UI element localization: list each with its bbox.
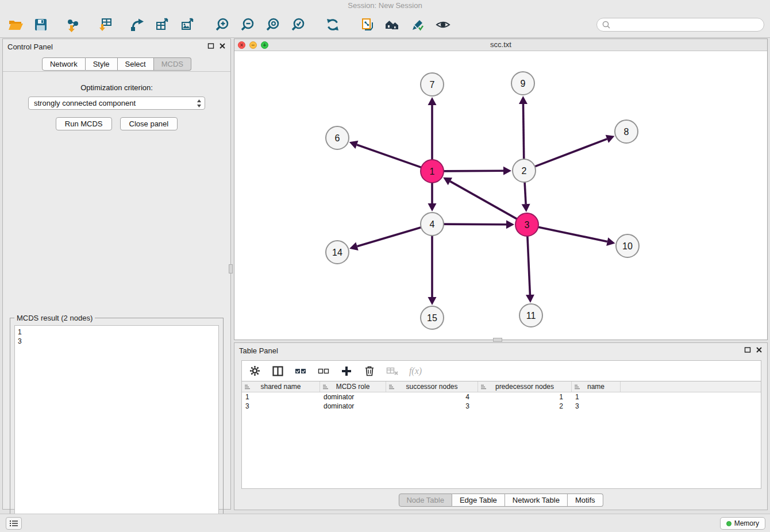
table-cell: 1 <box>478 392 572 402</box>
graph-node-4[interactable]: 4 <box>421 213 444 236</box>
graph-edge-1-6[interactable] <box>349 141 421 168</box>
graph-edge-1-2[interactable] <box>444 167 511 175</box>
task-history-button[interactable] <box>6 517 22 530</box>
graph-edge-3-1[interactable] <box>443 178 517 219</box>
graph-node-7[interactable]: 7 <box>421 73 444 96</box>
graph-node-15[interactable]: 15 <box>421 306 444 329</box>
unselect-all-columns-icon[interactable] <box>317 365 330 377</box>
mcds-result-box: MCDS result (2 nodes) 13 <box>10 318 224 532</box>
table-header-row: shared nameMCDS rolesuccessor nodesprede… <box>242 381 761 392</box>
graph-edge-3-11[interactable] <box>526 236 534 303</box>
minimize-window-icon[interactable]: − <box>249 41 257 49</box>
close-table-panel-icon[interactable] <box>756 346 763 353</box>
import-table-icon[interactable] <box>97 16 114 33</box>
graph-edge-4-3[interactable] <box>444 220 514 229</box>
tab-network-table[interactable]: Network Table <box>505 494 568 507</box>
close-panel-icon[interactable] <box>219 43 226 49</box>
select-all-columns-icon[interactable] <box>294 365 307 377</box>
node-table: shared nameMCDS rolesuccessor nodesprede… <box>241 381 761 489</box>
table-row[interactable]: 3dominator323 <box>242 402 761 411</box>
graph-node-11[interactable]: 11 <box>519 304 542 327</box>
save-session-icon[interactable] <box>32 16 49 33</box>
table-panel: Table Panel <box>234 342 768 510</box>
tab-network[interactable]: Network <box>42 57 86 71</box>
import-network-icon[interactable] <box>64 16 82 33</box>
graph-node-2[interactable]: 2 <box>513 159 536 182</box>
graph-node-3[interactable]: 3 <box>515 213 538 236</box>
float-table-panel-icon[interactable] <box>744 346 751 353</box>
graph-node-9[interactable]: 9 <box>511 72 534 95</box>
column-header-successor-nodes[interactable]: successor nodes <box>386 381 478 392</box>
zoom-selected-icon[interactable] <box>290 16 307 33</box>
clone-network-icon[interactable] <box>359 16 376 33</box>
table-cell: dominator <box>320 402 386 411</box>
sort-icon <box>574 384 580 390</box>
delete-column-trash-icon[interactable] <box>363 365 376 377</box>
tab-style[interactable]: Style <box>86 57 118 71</box>
graph-edge-4-15[interactable] <box>428 236 437 305</box>
close-window-icon[interactable]: × <box>238 41 245 49</box>
run-mcds-button[interactable]: Run MCDS <box>56 117 112 130</box>
control-panel-title: Control Panel <box>7 43 53 51</box>
graph-node-1[interactable]: 1 <box>421 160 444 183</box>
graph-edge-2-9[interactable] <box>519 96 528 159</box>
memory-status-button[interactable]: Memory <box>720 517 765 530</box>
column-header-shared-name[interactable]: shared name <box>242 381 320 392</box>
graph-node-14[interactable]: 14 <box>326 241 349 264</box>
tab-motifs[interactable]: Motifs <box>568 494 603 507</box>
graph-node-6[interactable]: 6 <box>326 126 349 149</box>
graph-node-8[interactable]: 8 <box>615 120 638 143</box>
function-builder-icon[interactable]: f(x) <box>409 365 422 377</box>
window-title: Session: New Session <box>348 1 422 10</box>
apply-style-icon[interactable] <box>409 16 426 33</box>
show-columns-icon[interactable] <box>271 365 284 377</box>
column-header-name[interactable]: name <box>572 381 621 392</box>
export-image-icon[interactable] <box>179 16 197 33</box>
table-cell: 3 <box>386 402 478 411</box>
table-settings-gear-icon[interactable] <box>248 365 261 377</box>
maximize-window-icon[interactable]: + <box>261 41 268 49</box>
tab-node-table[interactable]: Node Table <box>398 494 452 507</box>
graph-edge-4-14[interactable] <box>349 228 421 250</box>
graph-edge-3-10[interactable] <box>538 227 615 246</box>
svg-text:9: 9 <box>521 79 526 88</box>
graph-node-10[interactable]: 10 <box>616 234 639 257</box>
tab-select[interactable]: Select <box>118 57 154 71</box>
app-window: Session: New Session <box>0 0 770 532</box>
open-folder-icon[interactable] <box>7 16 24 33</box>
control-panel-header: Control Panel <box>3 39 230 54</box>
graph-edge-1-4[interactable] <box>428 183 437 211</box>
optimization-criterion-label: Optimization criterion: <box>3 83 230 92</box>
mcds-result-line: 3 <box>18 337 215 346</box>
create-column-plus-icon[interactable] <box>340 365 353 377</box>
network-graph-canvas[interactable]: 7968123414101511 <box>234 51 767 340</box>
zoom-out-icon[interactable] <box>239 16 256 33</box>
export-table-icon[interactable] <box>154 16 171 33</box>
zoom-in-icon[interactable] <box>214 16 231 33</box>
graph-edge-2-3[interactable] <box>522 182 530 212</box>
criterion-dropdown[interactable]: strongly connected component <box>28 97 205 110</box>
table-row[interactable]: 1dominator411 <box>242 392 761 402</box>
graph-edge-1-7[interactable] <box>428 97 437 160</box>
search-icon <box>602 20 611 29</box>
table-cell: 4 <box>386 392 478 402</box>
splitter-handle-vertical[interactable] <box>229 264 233 273</box>
export-network-icon[interactable] <box>129 16 146 33</box>
tab-edge-table[interactable]: Edge Table <box>452 494 505 507</box>
graph-edge-2-8[interactable] <box>535 135 615 167</box>
tab-mcds[interactable]: MCDS <box>154 57 191 71</box>
refresh-icon[interactable] <box>324 16 341 33</box>
close-panel-button[interactable]: Close panel <box>120 117 178 130</box>
column-header-MCDS-role[interactable]: MCDS role <box>320 381 386 392</box>
column-header-label: predecessor nodes <box>495 383 554 391</box>
column-header-predecessor-nodes[interactable]: predecessor nodes <box>478 381 572 392</box>
splitter-handle-horizontal[interactable] <box>493 338 502 342</box>
network-window-titlebar: × − + scc.txt <box>234 39 767 51</box>
column-header-label: shared name <box>260 383 301 391</box>
float-panel-icon[interactable] <box>207 43 214 49</box>
search-input[interactable] <box>613 20 764 30</box>
show-graphics-details-icon[interactable] <box>434 16 452 33</box>
zoom-fit-icon[interactable] <box>264 16 282 33</box>
delete-table-icon[interactable] <box>386 365 399 377</box>
home-panel-icon[interactable] <box>384 16 401 33</box>
